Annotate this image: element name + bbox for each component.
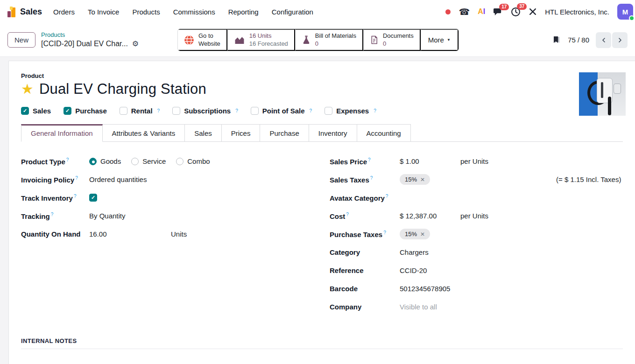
app-name[interactable]: Sales xyxy=(20,7,42,17)
nav-item-products[interactable]: Products xyxy=(132,8,160,16)
nav-item-orders[interactable]: Orders xyxy=(53,8,75,16)
toggle-rental[interactable]: Rental ? xyxy=(120,107,160,115)
toggle-subscriptions[interactable]: Subscriptions ? xyxy=(172,107,238,115)
sales-checkbox[interactable]: ✓ xyxy=(21,107,29,115)
record-type-label: Product xyxy=(21,72,623,79)
sales-tax-tag[interactable]: 15% ✕ xyxy=(400,174,430,185)
radio-combo[interactable]: Combo xyxy=(176,157,210,165)
field-cost: Cost? $ 12,387.00 per Units xyxy=(330,207,623,225)
field-company: Company Visible to all xyxy=(330,298,623,316)
help-icon[interactable]: ? xyxy=(310,108,312,113)
sales-price-input[interactable]: $ 1.00 xyxy=(400,157,460,165)
nav-item-to-invoice[interactable]: To Invoice xyxy=(88,8,120,16)
tab-attributes-variants[interactable]: Attributes & Variants xyxy=(103,124,185,141)
remove-tag-icon[interactable]: ✕ xyxy=(420,177,425,182)
nav-item-configuration[interactable]: Configuration xyxy=(272,8,313,16)
area-chart-icon xyxy=(234,35,245,45)
field-sales-taxes: Sales Taxes? 15% ✕ (= $ 1.15 Incl. Taxes… xyxy=(330,170,623,189)
reference-input[interactable]: CCID-20 xyxy=(400,266,427,274)
nav-item-commissions[interactable]: Commissions xyxy=(173,8,215,16)
tab-inventory[interactable]: Inventory xyxy=(309,124,357,141)
rental-checkbox[interactable] xyxy=(120,107,127,115)
point-of-sale-checkbox[interactable] xyxy=(251,107,259,115)
units-forecast-button[interactable]: 16 Units 16 Forecasted xyxy=(227,29,295,51)
help-icon[interactable]: ? xyxy=(370,175,373,181)
toggle-expenses[interactable]: Expenses ? xyxy=(325,107,376,115)
presence-status-icon[interactable] xyxy=(445,9,451,14)
quantity-uom[interactable]: Units xyxy=(171,230,187,238)
gear-icon[interactable]: ⚙ xyxy=(132,39,139,49)
bookmark-icon[interactable] xyxy=(552,35,561,45)
documents-button[interactable]: Documents 0 xyxy=(363,29,421,51)
sales-price-uom: per Units xyxy=(460,157,488,165)
purchase-checkbox[interactable]: ✓ xyxy=(64,107,71,115)
online-status-dot xyxy=(629,15,635,21)
tracking-select[interactable]: By Quantity xyxy=(89,212,126,220)
expenses-checkbox[interactable] xyxy=(325,107,332,115)
tab-accounting[interactable]: Accounting xyxy=(357,124,411,141)
flask-icon xyxy=(302,35,311,45)
category-input[interactable]: Chargers xyxy=(400,248,429,256)
company-input[interactable]: Visible to all xyxy=(400,303,437,311)
help-icon[interactable]: ? xyxy=(74,194,77,199)
notebook-tabs: General Information Attributes & Variant… xyxy=(21,124,623,142)
radio-service[interactable]: Service xyxy=(131,157,166,165)
messages-icon[interactable]: 17 xyxy=(493,7,503,16)
help-icon[interactable]: ? xyxy=(157,108,160,113)
user-menu[interactable]: M xyxy=(617,4,633,20)
globe-icon xyxy=(184,35,194,45)
toggle-sales[interactable]: ✓ Sales xyxy=(21,107,51,115)
help-icon[interactable]: ? xyxy=(75,175,78,181)
bill-of-materials-button[interactable]: Bill of Materials 0 xyxy=(295,29,363,51)
quantity-on-hand-value[interactable]: 16.00 xyxy=(89,230,171,238)
product-image[interactable] xyxy=(579,72,626,116)
go-to-website-button[interactable]: Go to Website xyxy=(178,29,227,51)
invoicing-policy-select[interactable]: Ordered quantities xyxy=(89,175,147,183)
stat-line2: 0 xyxy=(383,40,414,48)
radio-goods[interactable]: Goods xyxy=(89,157,121,165)
toggle-purchase[interactable]: ✓ Purchase xyxy=(64,107,107,115)
cost-input[interactable]: $ 12,387.00 xyxy=(400,212,460,220)
help-icon[interactable]: ? xyxy=(235,108,238,113)
activities-badge: 37 xyxy=(517,3,527,10)
tab-general-information[interactable]: General Information xyxy=(21,124,103,142)
pager-next-button[interactable] xyxy=(612,32,628,48)
field-avatax-category: Avatax Category? xyxy=(330,189,623,207)
favorite-star-icon[interactable]: ★ xyxy=(21,82,34,96)
breadcrumb-parent-link[interactable]: Products xyxy=(41,31,139,39)
field-category: Category Chargers xyxy=(330,243,623,261)
help-icon[interactable]: ? xyxy=(66,157,69,162)
tab-purchase[interactable]: Purchase xyxy=(260,124,309,141)
activities-icon[interactable]: 37 xyxy=(511,7,521,17)
tab-prices[interactable]: Prices xyxy=(222,124,261,141)
toggle-point-of-sale[interactable]: Point of Sale ? xyxy=(251,107,312,115)
product-form-sheet: Product ★ Dual EV Charging Station ✓ Sal… xyxy=(8,61,635,364)
remove-tag-icon[interactable]: ✕ xyxy=(420,231,425,237)
phone-icon[interactable]: ☎ xyxy=(459,7,470,16)
content-area: Product ★ Dual EV Charging Station ✓ Sal… xyxy=(0,57,635,364)
new-button[interactable]: New xyxy=(7,32,35,48)
app-brand[interactable]: Sales xyxy=(7,6,42,17)
fields-right-column: Sales Price? $ 1.00 per Units Sales Taxe… xyxy=(330,152,623,316)
help-icon[interactable]: ? xyxy=(386,194,388,199)
company-switcher[interactable]: HTL Electronics, Inc. xyxy=(545,8,609,16)
track-inventory-checkbox[interactable]: ✓ xyxy=(89,194,97,202)
field-purchase-taxes: Purchase Taxes? 15% ✕ xyxy=(330,225,623,243)
help-icon[interactable]: ? xyxy=(51,212,54,217)
pager-previous-button[interactable] xyxy=(596,32,611,48)
page-title[interactable]: Dual EV Charging Station xyxy=(39,81,206,98)
nav-item-reporting[interactable]: Reporting xyxy=(228,8,259,16)
help-icon[interactable]: ? xyxy=(346,212,349,217)
subscriptions-checkbox[interactable] xyxy=(172,107,180,115)
purchase-tax-tag[interactable]: 15% ✕ xyxy=(400,229,430,239)
help-icon[interactable]: ? xyxy=(383,230,386,235)
more-button[interactable]: More ▼ xyxy=(421,29,459,51)
help-icon[interactable]: ? xyxy=(368,157,371,162)
tools-icon[interactable] xyxy=(529,7,537,16)
stat-line2: 0 xyxy=(315,40,356,48)
barcode-input[interactable]: 5012345678905 xyxy=(400,285,450,293)
ai-assistant-icon[interactable]: AI xyxy=(478,7,485,16)
sales-app-logo-icon xyxy=(7,6,15,17)
tab-sales[interactable]: Sales xyxy=(185,124,222,141)
help-icon[interactable]: ? xyxy=(374,108,376,113)
